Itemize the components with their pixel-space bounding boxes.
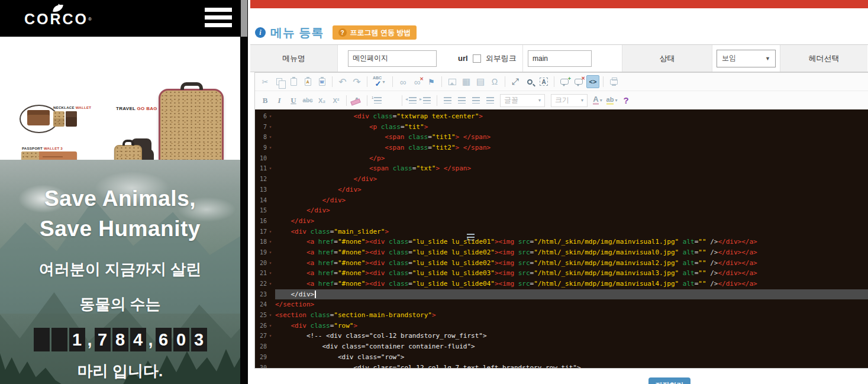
fold-arrow-icon[interactable]: ▾ — [267, 122, 274, 133]
link-icon[interactable]: ∞ — [396, 75, 409, 88]
code-line[interactable]: 22▾<a href="#none"><div class="lu_slide … — [255, 279, 868, 289]
code-line[interactable]: 29<div class="row"> — [255, 352, 868, 363]
status-select[interactable]: 보임 ▼ — [717, 50, 776, 67]
code-line[interactable]: 7▾<p class="tit"> — [255, 122, 868, 133]
code-line[interactable]: 15</div> — [255, 205, 868, 216]
code-line[interactable]: 14</div> — [255, 195, 868, 206]
paste-icon[interactable] — [287, 75, 300, 88]
special-char-icon[interactable]: Ω — [488, 75, 501, 88]
font-family-dropdown[interactable]: 글꼴▾ — [500, 94, 545, 107]
align-right-icon[interactable] — [469, 94, 482, 107]
hero-subtitle-2: 동물의 수는 — [0, 294, 240, 315]
code-line[interactable]: 27▾<!-- <div class="col-12 brandstory_ro… — [255, 331, 868, 341]
text-color-icon[interactable]: A▾ — [591, 94, 604, 107]
maximize-icon[interactable]: ⤢ — [509, 75, 522, 88]
code-line[interactable]: 25▾<section class="section-main-brandsto… — [255, 310, 868, 321]
code-line[interactable]: 18▾<a href="#none"><div class="lu_slide … — [255, 237, 868, 247]
fold-arrow-icon[interactable]: ▾ — [267, 111, 274, 122]
unlink-icon[interactable]: ∞✕ — [411, 75, 424, 88]
code-line[interactable]: 13</div> — [255, 185, 868, 195]
background-color-icon[interactable]: ab▾ — [605, 94, 618, 107]
fold-arrow-icon[interactable]: ▾ — [267, 237, 274, 247]
fold-arrow-icon[interactable]: ▾ — [267, 331, 274, 341]
fold-arrow-icon[interactable]: ▾ — [267, 279, 274, 289]
remove-comment-icon[interactable]: ✕ — [572, 75, 585, 88]
code-line[interactable]: 23</div> — [255, 289, 868, 300]
image-icon[interactable] — [446, 75, 459, 88]
scrollbar-thumb[interactable] — [241, 0, 247, 37]
counter-digit-box — [34, 328, 50, 351]
font-size-dropdown[interactable]: 크기▾ — [551, 94, 588, 107]
align-justify-icon[interactable] — [483, 94, 496, 107]
site-logo[interactable]: CORCO® — [22, 4, 93, 27]
paste-as-text-icon[interactable]: A — [301, 75, 314, 88]
source-code-area[interactable]: 6▾<div class="txtwrap text-center">7▾<p … — [255, 109, 868, 368]
menu-name-input[interactable] — [348, 50, 437, 67]
outdent-icon[interactable] — [406, 94, 419, 107]
code-line[interactable]: 6▾<div class="txtwrap text-center"> — [255, 111, 868, 122]
code-line[interactable]: 21▾<a href="#none"><div class="lu_slide … — [255, 268, 868, 279]
fold-arrow-icon[interactable]: ▾ — [267, 163, 274, 174]
code-line[interactable]: 17▾<div class="main_slider"> — [255, 227, 868, 237]
code-line[interactable]: 16</div> — [255, 216, 868, 227]
necklace-wallet-image — [27, 110, 50, 125]
product-slider[interactable]: NECKLACE WALLET PASSPORT WALLET 3 TRAVEL… — [0, 37, 240, 160]
unordered-list-icon[interactable] — [385, 94, 398, 107]
fold-arrow-icon[interactable]: ▾ — [267, 268, 274, 279]
fold-arrow-icon[interactable]: ▾ — [267, 247, 274, 258]
superscript-button[interactable]: X² — [330, 94, 343, 107]
code-line[interactable]: 8▾<span class="tit1"> </span> — [255, 132, 868, 143]
animal-counter: 1,784,603 — [0, 328, 240, 351]
registered-mark: ® — [88, 17, 92, 22]
add-comment-icon[interactable]: + — [558, 75, 571, 88]
ordered-list-icon[interactable] — [371, 94, 384, 107]
counter-digit-box: 4 — [130, 328, 146, 351]
undo-icon[interactable]: ↶ — [336, 75, 349, 88]
redo-icon[interactable]: ↷ — [350, 75, 363, 88]
anchor-icon[interactable]: ⚑ — [425, 75, 438, 88]
code-line[interactable]: 11▾<span class="txt"> </span> — [255, 163, 868, 174]
fold-arrow-icon[interactable]: ▾ — [267, 258, 274, 269]
save-button[interactable]: 저장하기 — [648, 377, 690, 384]
code-lines: 6▾<div class="txtwrap text-center">7▾<p … — [255, 111, 868, 368]
bold-button[interactable]: B — [259, 94, 272, 107]
fold-arrow-icon[interactable]: ▾ — [267, 310, 274, 321]
fold-arrow-icon[interactable]: ▾ — [267, 132, 274, 143]
underline-button[interactable]: U — [287, 94, 300, 107]
spellcheck-icon[interactable]: ABC✓▾ — [371, 75, 389, 88]
hamburger-menu-icon[interactable] — [205, 8, 232, 29]
code-line[interactable]: 19▾<a href="#none"><div class="lu_slide … — [255, 247, 868, 258]
remove-format-icon[interactable]: A — [350, 94, 363, 107]
about-icon[interactable]: ? — [619, 94, 633, 107]
select-all-icon[interactable]: A — [537, 75, 550, 88]
code-line[interactable]: 12</div> — [255, 174, 868, 185]
indent-icon[interactable] — [420, 94, 433, 107]
code-line[interactable]: 10</p> — [255, 153, 868, 164]
code-line[interactable]: 30<div class="col-12 col-lg-7 text-left … — [255, 363, 868, 369]
italic-button[interactable]: I — [273, 94, 286, 107]
subscript-button[interactable]: X₂ — [315, 94, 328, 107]
code-line[interactable]: 20▾<a href="#none"><div class="lu_slide … — [255, 258, 868, 269]
fold-arrow-icon[interactable]: ▾ — [267, 143, 274, 153]
strikethrough-button[interactable]: abc — [301, 94, 314, 107]
align-left-icon[interactable] — [441, 94, 454, 107]
url-input[interactable] — [528, 50, 592, 67]
horizontal-rule-icon[interactable]: ▤ — [474, 75, 487, 88]
print-icon[interactable] — [607, 75, 620, 88]
code-line[interactable]: 28<div class="container container-fluid"… — [255, 341, 868, 352]
find-icon[interactable] — [523, 75, 536, 88]
fold-arrow-icon[interactable]: ▾ — [267, 227, 274, 237]
align-center-icon[interactable] — [455, 94, 468, 107]
code-line[interactable]: 26▾<div class="row"> — [255, 321, 868, 331]
table-icon[interactable]: ▦ — [460, 75, 473, 88]
program-link-help-button[interactable]: ? 프로그램 연동 방법 — [333, 25, 417, 40]
fold-arrow-icon[interactable]: ▾ — [267, 321, 274, 331]
external-link-checkbox[interactable] — [473, 54, 481, 63]
paste-from-word-icon[interactable]: W — [315, 75, 328, 88]
code-line[interactable]: 9▾<span class="tit2"> </span> — [255, 143, 868, 153]
cut-icon[interactable]: ✂ — [259, 75, 272, 88]
preview-scrollbar[interactable] — [240, 0, 248, 384]
code-line[interactable]: 24</section> — [255, 299, 868, 310]
copy-icon[interactable] — [273, 75, 286, 88]
source-toggle-button[interactable]: <> — [586, 75, 599, 88]
